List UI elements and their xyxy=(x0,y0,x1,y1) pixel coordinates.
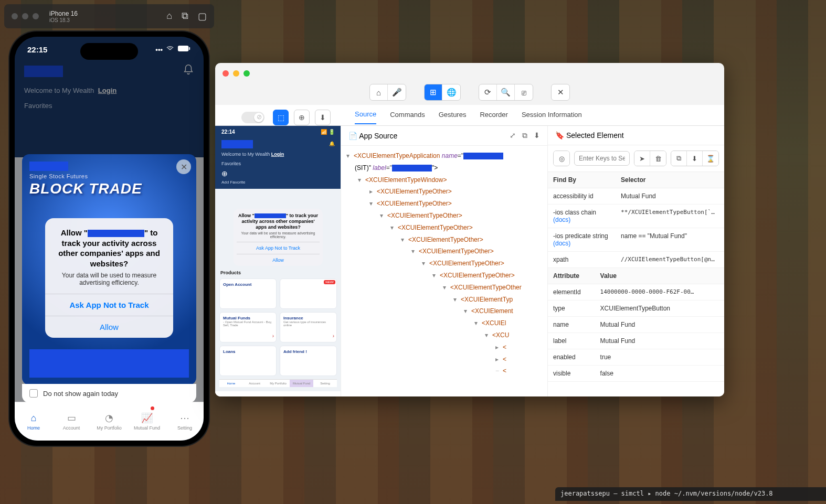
web-button[interactable]: 🌐 xyxy=(442,84,460,100)
tab-bar: ⌂Home ▭Account ◔My Portfolio 📈Mutual Fun… xyxy=(15,402,204,441)
app-source-panel: 📄 App Source ⤢ ⧉ ⬇ ▾<XCUIElementTypeAppl… xyxy=(341,126,548,396)
mini-card: Loans xyxy=(219,346,277,376)
window-close-dot[interactable] xyxy=(12,13,18,19)
copy-icon[interactable]: ⧉ xyxy=(522,131,527,140)
tab-source[interactable]: Source xyxy=(355,110,376,124)
table-row: typeXCUIElementTypeButton xyxy=(548,301,724,317)
table-row: accessibility idMutual Fund xyxy=(548,188,724,205)
home-icon: ⌂ xyxy=(31,413,37,424)
redacted-appname: x xyxy=(88,230,144,237)
tap-mode-button[interactable]: ⊕ xyxy=(294,110,310,125)
table-row: labelMutual Fund xyxy=(548,333,724,349)
mic-button[interactable]: 🎤 xyxy=(388,84,406,100)
table-row: nameMutual Fund xyxy=(548,317,724,333)
download-button-2[interactable]: ⬇ xyxy=(687,151,703,166)
table-row: enabledtrue xyxy=(548,349,724,366)
ask-not-to-track-button[interactable]: Ask App Not to Track xyxy=(45,294,173,316)
inspector-toolbar: ⌂ 🎤 ⊞ 🌐 ⟳ 🔍 ⎚ ✕ xyxy=(215,84,724,105)
table-row: xpath//XCUIElementTypeButton[@name="Mu xyxy=(548,252,724,268)
pie-icon: ◔ xyxy=(105,412,113,424)
tab-gestures[interactable]: Gestures xyxy=(439,111,467,124)
send-button[interactable]: ➤ xyxy=(634,151,650,166)
status-time: 22:15 xyxy=(27,45,47,54)
findby-table: Find BySelector accessibility idMutual F… xyxy=(548,172,724,268)
copy-button[interactable]: ⧉ xyxy=(671,151,687,166)
screenshot-icon[interactable]: ⧉ xyxy=(182,10,188,22)
svg-rect-0 xyxy=(178,46,188,51)
do-not-show-label: Do not show again today xyxy=(43,390,118,398)
grid-button[interactable]: ⊞ xyxy=(425,84,442,100)
docs-link[interactable]: (docs) xyxy=(553,240,570,247)
promo-title: BLOCK TRADE xyxy=(29,180,189,197)
tab-mutual-fund[interactable]: 📈Mutual Fund xyxy=(128,402,166,441)
inspector-subtoolbar: ⬚ ⊕ ⬇ Source Commands Gestures Recorder … xyxy=(215,105,724,126)
select-mode-button[interactable]: ⬚ xyxy=(273,110,289,125)
selected-element-title: Selected Element xyxy=(566,131,624,140)
more-icon: ⋯ xyxy=(180,412,189,424)
mini-card: Open Account xyxy=(219,278,277,309)
tab-account[interactable]: ▭Account xyxy=(52,402,90,441)
appium-inspector-window: ⌂ 🎤 ⊞ 🌐 ⟳ 🔍 ⎚ ✕ ⬚ ⊕ ⬇ Source Commands Ge… xyxy=(215,63,724,396)
window-close-button[interactable] xyxy=(223,70,229,77)
window-min-dot[interactable] xyxy=(22,13,28,19)
mini-card: Mutual Funds- Open Mutual Fund Account -… xyxy=(219,312,277,342)
terminal-strip[interactable]: jeerapatssepu — simctl ▸ node ~/.nvm/ver… xyxy=(555,487,826,501)
source-tree[interactable]: ▾<XCUIElementTypeApplication name=" (SIT… xyxy=(341,146,547,396)
checkbox-icon[interactable] xyxy=(29,389,38,398)
window-max-dot[interactable] xyxy=(33,13,39,19)
mini-card: InsuranceGet various type of insurances … xyxy=(280,312,337,342)
mini-alert: Allow "x" to track your activity across … xyxy=(234,209,323,266)
close-icon[interactable]: ✕ xyxy=(176,159,191,174)
redacted-block xyxy=(29,349,189,378)
send-keys-input[interactable] xyxy=(574,151,630,166)
tab-home[interactable]: ⌂Home xyxy=(15,402,52,441)
clear-button[interactable]: 🗑 xyxy=(650,151,666,166)
account-icon: ▭ xyxy=(67,412,76,424)
simulator-titlebar: iPhone 16 iOS 18.3 ⌂ ⧉ ▢ xyxy=(4,4,214,28)
app-source-title: App Source xyxy=(359,132,397,140)
tracking-alert: Allow "x" to track your activity across … xyxy=(45,218,173,338)
native-mode-button[interactable]: ⌂ xyxy=(370,84,388,100)
window-minimize-button[interactable] xyxy=(233,70,239,77)
rotate-icon[interactable]: ▢ xyxy=(198,10,207,22)
mini-card: NEW! xyxy=(280,278,337,309)
tab-session-info[interactable]: Session Information xyxy=(522,111,582,124)
docs-link[interactable]: (docs) xyxy=(553,216,570,223)
record-button[interactable]: ⎚ xyxy=(515,84,533,100)
download-button[interactable]: ⬇ xyxy=(315,110,331,125)
promo-subtitle: Single Stock Futures xyxy=(29,173,189,179)
home-icon[interactable]: ⌂ xyxy=(166,10,172,22)
refresh-button[interactable]: ⟳ xyxy=(479,84,497,100)
quit-button[interactable]: ✕ xyxy=(552,84,569,100)
badge-dot xyxy=(151,406,154,410)
chart-icon: 📈 xyxy=(141,412,153,424)
battery-icon xyxy=(177,45,191,53)
download-icon[interactable]: ⬇ xyxy=(534,131,540,140)
redacted-brand xyxy=(29,162,68,171)
table-row: -ios predicate string(docs)name == "Mutu… xyxy=(548,228,724,252)
screenshot-preview[interactable]: 22:14📶 🔋 🔔 Welcome to My Wealth Login Fa… xyxy=(215,126,341,396)
search-button[interactable]: 🔍 xyxy=(497,84,515,100)
svg-rect-1 xyxy=(189,47,190,50)
toggle-switch[interactable] xyxy=(241,112,264,123)
expand-icon[interactable]: ⤢ xyxy=(510,131,516,140)
tab-portfolio[interactable]: ◔My Portfolio xyxy=(90,402,128,441)
tap-action-button[interactable]: ◎ xyxy=(554,151,569,166)
table-row: -ios class chain(docs)**/XCUIElementType… xyxy=(548,205,724,228)
table-row: elementId14000000-0000-0000-F62F-0000000… xyxy=(548,284,724,301)
timing-button[interactable]: ⌛ xyxy=(703,151,718,166)
mini-redacted xyxy=(221,140,253,148)
tab-setting[interactable]: ⋯Setting xyxy=(166,402,204,441)
sim-os: iOS 18.3 xyxy=(49,17,166,23)
tab-recorder[interactable]: Recorder xyxy=(480,111,507,124)
do-not-show-row[interactable]: Do not show again today xyxy=(22,384,196,403)
allow-button[interactable]: Allow xyxy=(45,316,173,338)
table-row: visiblefalse xyxy=(548,366,724,382)
attributes-table: AttributeValue elementId14000000-0000-00… xyxy=(548,268,724,382)
cellular-icon: ••• xyxy=(155,46,163,53)
alert-message: Your data will be used to measure advert… xyxy=(45,270,173,294)
window-zoom-button[interactable] xyxy=(243,70,250,77)
tab-commands[interactable]: Commands xyxy=(390,111,425,124)
mini-bell-icon: 🔔 xyxy=(329,141,335,146)
dynamic-island xyxy=(80,43,138,60)
